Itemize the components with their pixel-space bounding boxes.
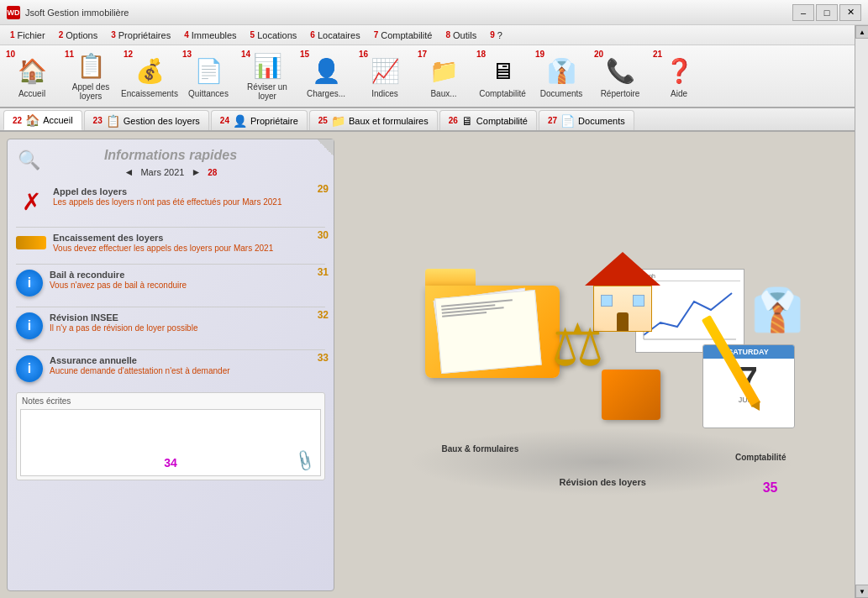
toolbar-number: 10	[6, 50, 15, 59]
toolbar-label: Accueil	[18, 89, 45, 98]
menu-number: 9	[490, 30, 495, 39]
toolbar-btn-appeldesloyers[interactable]: 11 📋 Appel des loyers	[62, 49, 119, 103]
info-text-insee: Révision INSEE Il n'y a pas de révision …	[50, 312, 325, 333]
person-illustration: 👔	[751, 286, 803, 334]
info-item-insee: i Révision INSEE Il n'y a pas de révisio…	[16, 312, 325, 339]
house-roof	[585, 252, 660, 286]
info-title-appel: Appel des loyers	[53, 186, 325, 197]
close-button[interactable]: ✕	[839, 4, 861, 21]
info-desc-appel: Les appels des loyers n'ont pas été effe…	[53, 197, 325, 207]
menu-item-comptabilité[interactable]: 7 Comptabilité	[367, 25, 439, 45]
toolbar-btn-rpertoire[interactable]: 20 📞 Répertoire	[592, 49, 649, 103]
folder-body	[425, 286, 560, 378]
page-curl	[317, 139, 334, 156]
menu-number: 2	[59, 30, 64, 39]
toolbar-number: 18	[476, 50, 486, 59]
item-number-33: 33	[318, 352, 329, 364]
nav-number: 23	[93, 116, 103, 125]
folder-tab	[425, 269, 476, 286]
nav-icon: 📁	[331, 114, 345, 128]
item-number-32: 32	[318, 309, 329, 321]
toolbar-btn-aide[interactable]: 21 ❓ Aide	[650, 49, 708, 103]
illustration-number: 35	[763, 480, 778, 496]
label-revision: Révision des loyers	[560, 477, 646, 487]
menu-number: 1	[10, 30, 15, 39]
toolbar-number: 16	[359, 50, 368, 59]
toolbar-btn-encaissements[interactable]: 12 💰 Encaissements	[121, 49, 178, 103]
nav-tab-gestiondesloyers[interactable]: 23 📋 Gestion des loyers	[84, 110, 209, 130]
nav-number: 24	[220, 116, 229, 125]
scrollbar[interactable]: ▲ ▼	[855, 25, 868, 598]
nav-tab-bauxetformulaires[interactable]: 25 📁 Baux et formulaires	[309, 110, 438, 130]
info-icon-insee: i	[16, 312, 43, 339]
divider-1	[16, 227, 325, 228]
item-number-31: 31	[318, 266, 329, 278]
toolbar-btn-quittances[interactable]: 13 📄 Quittances	[180, 49, 237, 103]
toolbar-btn-baux[interactable]: 17 📁 Baux...	[415, 49, 472, 103]
info-title-insee: Révision INSEE	[50, 312, 325, 323]
menu-item-outils[interactable]: 8 Outils	[439, 25, 483, 45]
toolbar-icon: 👔	[544, 54, 578, 87]
menu-item-locations[interactable]: 5 Locations	[244, 25, 304, 45]
nav-tab-propritaire[interactable]: 24 👤 Propriétaire	[211, 110, 308, 130]
nav-tab-accueil[interactable]: 22 🏠 Accueil	[3, 110, 82, 130]
menu-item-propriétaires[interactable]: 3 Propriétaires	[104, 25, 177, 45]
illus-base: ⚖ Graph	[392, 218, 812, 512]
toolbar-btn-comptabilit[interactable]: 18 🖥 Comptabilité	[474, 49, 531, 103]
item-number-30: 30	[318, 229, 329, 241]
menu-item-options[interactable]: 2 Options	[52, 25, 105, 45]
maximize-button[interactable]: □	[816, 4, 838, 21]
toolbar-btn-indices[interactable]: 16 📈 Indices	[356, 49, 413, 103]
toolbar-number: 19	[535, 50, 544, 59]
toolbar-label: Répertoire	[601, 89, 640, 98]
info-desc-assurance: Aucune demande d'attestation n'est à dem…	[50, 365, 325, 376]
info-title-bail: Bail à reconduire	[50, 270, 325, 280]
menu-item-locataires[interactable]: 6 Locataires	[303, 25, 366, 45]
scroll-up-button[interactable]: ▲	[855, 25, 868, 39]
minimize-button[interactable]: –	[792, 4, 814, 21]
toolbar-btn-charges[interactable]: 15 👤 Charges...	[297, 49, 355, 103]
toolbar-label: Indices	[371, 89, 398, 98]
info-item-encaissement: Encaissement des loyers Vous devez effec…	[16, 233, 325, 254]
info-item-assurance: i Assurance annuelle Aucune demande d'at…	[16, 355, 325, 382]
toolbar-btn-accueil[interactable]: 10 🏠 Accueil	[3, 49, 60, 103]
nav-label: Baux et formulaires	[349, 116, 429, 126]
info-desc-insee: Il n'y a pas de révision de loyer possib…	[50, 323, 325, 333]
next-month-button[interactable]: ►	[191, 166, 201, 178]
prev-month-button[interactable]: ◄	[124, 166, 134, 178]
menu-item-fichier[interactable]: 1 Fichier	[3, 25, 52, 45]
menu-number: 5	[250, 30, 255, 39]
toolbar-btn-rviserunloyer[interactable]: 14 📊 Réviser un loyer	[239, 49, 296, 103]
nav-tab-comptabilit[interactable]: 26 🖥 Comptabilité	[439, 110, 537, 130]
toolbar-number: 21	[653, 50, 662, 59]
toolbar-label: Aide	[671, 89, 687, 98]
nav-number: 27	[548, 116, 557, 125]
window-title: Jsoft Gestion immobilière	[25, 8, 792, 18]
notes-textarea[interactable]	[20, 409, 321, 476]
toolbar-icon: 💰	[133, 54, 166, 87]
info-desc-bail: Vous n'avez pas de bail à reconduire	[50, 280, 325, 291]
nav-number: 25	[318, 116, 328, 125]
scroll-down-button[interactable]: ▼	[855, 585, 868, 598]
menu-item-?[interactable]: 9 ?	[483, 25, 509, 45]
menu-item-immeubles[interactable]: 4 Immeubles	[177, 25, 243, 45]
toolbar-number: 15	[300, 50, 309, 59]
nav-label: Propriétaire	[250, 116, 298, 126]
info-title-encaissement: Encaissement des loyers	[53, 233, 325, 243]
nav-icon: 👤	[233, 114, 247, 128]
app-icon: WD	[7, 6, 20, 19]
nav-tab-documents[interactable]: 27 📄 Documents	[539, 110, 634, 130]
toolbar-label: Comptabilité	[479, 89, 526, 98]
menu-number: 8	[445, 30, 450, 39]
info-item-bail: i Bail à reconduire Vous n'avez pas de b…	[16, 270, 325, 296]
orange-box-illustration	[602, 370, 660, 420]
toolbar-icon: 📄	[192, 54, 225, 87]
date-navigation: ◄ Mars 2021 ► 28	[16, 166, 325, 178]
house-window-right	[633, 295, 644, 307]
main-illustration: ⚖ Graph	[341, 139, 861, 591]
notes-section: Notes écrites 34 📎	[16, 392, 325, 480]
toolbar-label: Appel des loyers	[65, 82, 117, 101]
info-text-encaissement: Encaissement des loyers Vous devez effec…	[53, 233, 325, 254]
toolbar-btn-documents[interactable]: 19 👔 Documents	[533, 49, 590, 103]
main-area: 🔍 Informations rapides ◄ Mars 2021 ► 28 …	[0, 132, 868, 598]
